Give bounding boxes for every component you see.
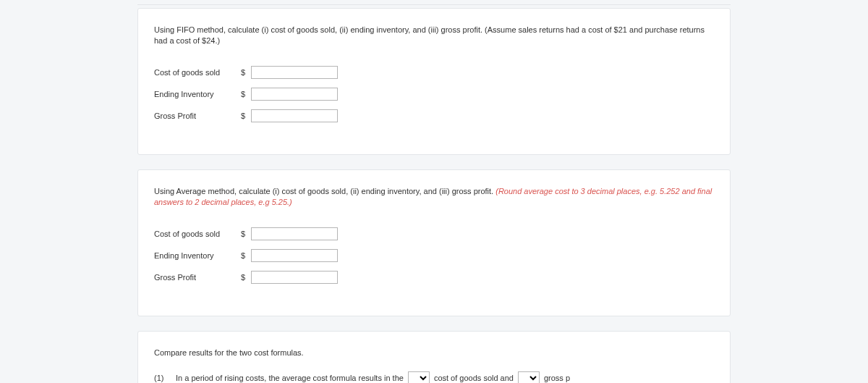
panel-fifo: Using FIFO method, calculate (i) cost of… [137,8,731,155]
label-ending-inventory: Ending Inventory [154,251,241,260]
compare-text-a: In a period of rising costs, the average… [176,374,404,382]
input-avg-cogs[interactable] [251,227,338,240]
currency-symbol: $ [241,273,251,282]
item-number: (1) [154,374,171,382]
instruction-text: Using Average method, calculate (i) cost… [154,187,495,195]
label-cogs: Cost of goods sold [154,230,241,238]
row-avg-ending-inventory: Ending Inventory $ [154,249,714,262]
currency-symbol: $ [241,90,251,98]
instruction-average: Using Average method, calculate (i) cost… [154,186,714,209]
label-ending-inventory: Ending Inventory [154,90,241,98]
input-avg-ending-inventory[interactable] [251,249,338,262]
compare-line-1: (1) In a period of rising costs, the ave… [154,371,714,383]
instruction-text: Using FIFO method, calculate (i) cost of… [154,25,705,45]
currency-symbol: $ [241,111,251,120]
top-divider [137,4,731,5]
select-comparator-2[interactable] [518,371,540,383]
row-fifo-gross-profit: Gross Profit $ [154,109,714,122]
label-gross-profit: Gross Profit [154,111,241,120]
input-fifo-gross-profit[interactable] [251,109,338,122]
input-avg-gross-profit[interactable] [251,271,338,284]
select-comparator-1[interactable] [408,371,430,383]
compare-heading: Compare results for the two cost formula… [154,348,714,358]
label-cogs: Cost of goods sold [154,68,241,77]
row-avg-gross-profit: Gross Profit $ [154,271,714,284]
panel-compare: Compare results for the two cost formula… [137,331,731,383]
compare-text-c: gross p [544,374,570,382]
compare-text-b: cost of goods sold and [434,374,514,382]
row-fifo-cogs: Cost of goods sold $ [154,66,714,79]
instruction-fifo: Using FIFO method, calculate (i) cost of… [154,25,714,47]
input-fifo-cogs[interactable] [251,66,338,79]
currency-symbol: $ [241,68,251,77]
input-fifo-ending-inventory[interactable] [251,88,338,101]
row-fifo-ending-inventory: Ending Inventory $ [154,88,714,101]
currency-symbol: $ [241,251,251,260]
currency-symbol: $ [241,230,251,238]
label-gross-profit: Gross Profit [154,273,241,282]
panel-average: Using Average method, calculate (i) cost… [137,169,731,316]
row-avg-cogs: Cost of goods sold $ [154,227,714,240]
